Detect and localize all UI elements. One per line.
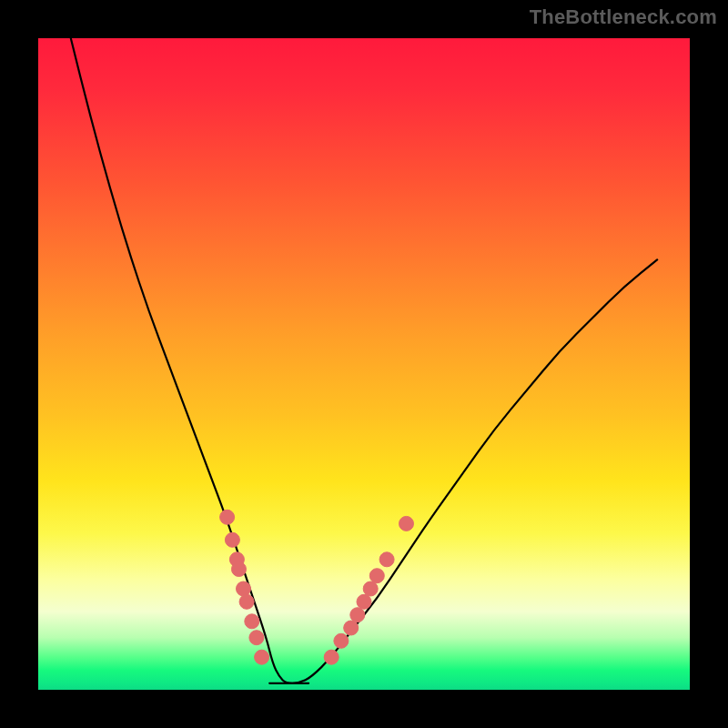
marker-dot [357,594,371,609]
marker-dot [245,614,259,629]
marker-dot [344,621,359,635]
marker-dot [334,633,349,648]
marker-dot [237,581,251,596]
marker-dot [324,650,339,664]
chart-frame: TheBottleneck.com [0,0,728,728]
marker-dot [350,608,365,622]
chart-svg [38,38,690,690]
marker-dot [239,594,254,609]
marker-dot [369,569,384,583]
marker-dot [249,631,264,645]
marker-dot [225,532,239,547]
marker-dot [379,552,394,567]
marker-dot [399,516,414,531]
marker-dot [232,562,247,577]
plot-area [38,38,690,690]
watermark-text: TheBottleneck.com [530,5,717,29]
marker-dot [363,581,378,596]
marker-dot [220,510,235,524]
marker-dot [255,650,269,664]
